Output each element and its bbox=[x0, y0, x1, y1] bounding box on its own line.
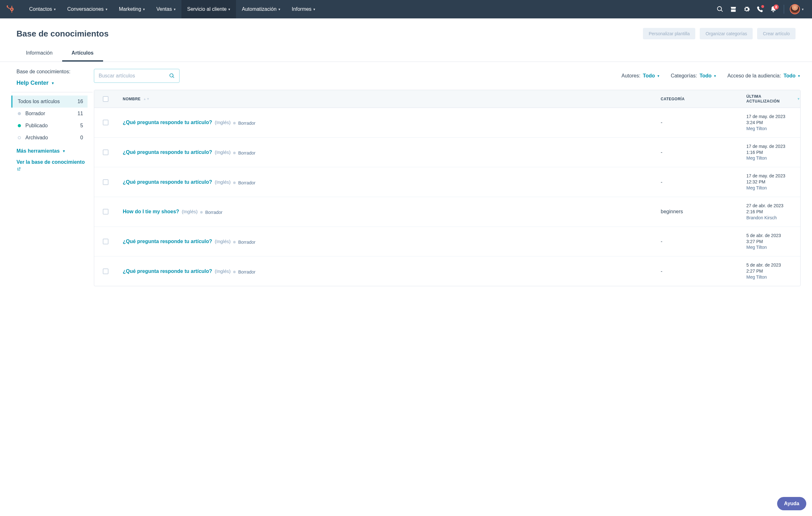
table-row: ¿Qué pregunta responde tu artículo? (Ing… bbox=[94, 108, 800, 138]
select-all-checkbox[interactable] bbox=[103, 96, 109, 102]
nav-servicio-al-cliente[interactable]: Servicio al cliente▾ bbox=[181, 0, 236, 19]
search-articles[interactable] bbox=[94, 69, 179, 83]
search-icon bbox=[169, 73, 175, 79]
table-row: How do I tie my shoes? (Inglés)Borradorb… bbox=[94, 197, 800, 227]
calls-badge bbox=[761, 5, 764, 8]
article-category: - bbox=[661, 150, 746, 155]
avatar bbox=[790, 4, 800, 14]
main-menu: Contactos▾Conversaciones▾Marketing▾Venta… bbox=[24, 0, 321, 19]
article-category: - bbox=[661, 269, 746, 274]
nav-marketing[interactable]: Marketing▾ bbox=[113, 0, 151, 19]
settings-icon[interactable] bbox=[740, 3, 753, 16]
sidebar-item-todos-los-artículos[interactable]: Todos los artículos16 bbox=[11, 96, 88, 108]
kb-selector[interactable]: Help Center ▼ bbox=[17, 80, 88, 86]
article-category: - bbox=[661, 120, 746, 125]
sort-icon: ▲▼ bbox=[143, 97, 150, 101]
filter-audience[interactable]: Acceso de la audiencia: Todo▼ bbox=[727, 73, 801, 79]
article-title-link[interactable]: ¿Qué pregunta responde tu artículo? bbox=[123, 150, 212, 155]
header-updated[interactable]: Última actualización ▼ bbox=[746, 94, 800, 104]
sidebar-status-list: Todos los artículos16Borrador11Publicado… bbox=[11, 96, 88, 144]
nav-conversaciones[interactable]: Conversaciones▾ bbox=[61, 0, 113, 19]
row-checkbox[interactable] bbox=[103, 120, 109, 125]
sort-desc-icon: ▼ bbox=[797, 97, 800, 101]
customize-template-button[interactable]: Personalizar plantilla bbox=[643, 28, 695, 39]
article-title-link[interactable]: ¿Qué pregunta responde tu artículo? bbox=[123, 269, 212, 274]
sidebar: Base de conocimientos: Help Center ▼ Tod… bbox=[11, 69, 94, 286]
header-name[interactable]: Nombre ▲▼ bbox=[117, 97, 661, 101]
article-status: Borrador bbox=[233, 269, 255, 274]
article-language: (Inglés) bbox=[213, 150, 231, 155]
caret-down-icon: ▼ bbox=[713, 74, 717, 78]
sidebar-item-publicado[interactable]: Publicado5 bbox=[11, 120, 88, 132]
chevron-down-icon: ▾ bbox=[143, 7, 145, 11]
article-language: (Inglés) bbox=[213, 120, 231, 125]
row-checkbox[interactable] bbox=[103, 179, 109, 185]
article-updated: 17 de may. de 20233:24 PMMeg Tilton bbox=[746, 114, 800, 132]
article-updated: 17 de may. de 202312:32 PMMeg Tilton bbox=[746, 173, 800, 191]
kb-selected-name: Help Center bbox=[17, 80, 49, 86]
create-article-button[interactable]: Crear artículo bbox=[757, 28, 795, 39]
row-checkbox[interactable] bbox=[103, 209, 109, 215]
svg-rect-4 bbox=[7, 6, 10, 9]
tab-información[interactable]: Información bbox=[17, 46, 62, 61]
status-dot bbox=[18, 112, 21, 115]
article-title-link[interactable]: ¿Qué pregunta responde tu artículo? bbox=[123, 239, 212, 244]
table-row: ¿Qué pregunta responde tu artículo? (Ing… bbox=[94, 256, 800, 286]
account-menu[interactable]: ▾ bbox=[788, 3, 806, 16]
article-updated: 27 de abr. de 20232:16 PMBrandon Kirsch bbox=[746, 203, 800, 221]
article-category: - bbox=[661, 239, 746, 244]
article-category: - bbox=[661, 179, 746, 185]
hubspot-logo[interactable] bbox=[6, 5, 14, 13]
status-dot bbox=[18, 136, 21, 139]
kb-label: Base de conocimientos: bbox=[17, 69, 88, 75]
filter-authors[interactable]: Autores: Todo▼ bbox=[621, 73, 660, 79]
svg-rect-2 bbox=[11, 6, 12, 7]
organize-categories-button[interactable]: Organizar categorías bbox=[700, 28, 753, 39]
sidebar-item-borrador[interactable]: Borrador11 bbox=[11, 108, 88, 120]
article-status: Borrador bbox=[233, 151, 255, 156]
row-checkbox[interactable] bbox=[103, 239, 109, 244]
nav-automatización[interactable]: Automatización▾ bbox=[236, 0, 286, 19]
article-title-link[interactable]: How do I tie my shoes? bbox=[123, 209, 179, 214]
article-status: Borrador bbox=[200, 210, 222, 215]
search-input[interactable] bbox=[99, 73, 169, 79]
calls-icon[interactable] bbox=[753, 3, 766, 16]
external-link-icon bbox=[17, 167, 21, 171]
chevron-down-icon: ▾ bbox=[228, 7, 230, 11]
article-status: Borrador bbox=[233, 180, 255, 185]
notification-badge: 8 bbox=[774, 4, 779, 9]
top-nav: Contactos▾Conversaciones▾Marketing▾Venta… bbox=[0, 0, 812, 19]
tab-artículos[interactable]: Artículos bbox=[62, 46, 103, 61]
page-header: Base de conocimientos Personalizar plant… bbox=[0, 19, 812, 62]
status-dot bbox=[18, 124, 21, 127]
article-title-link[interactable]: ¿Qué pregunta responde tu artículo? bbox=[123, 120, 212, 125]
article-updated: 5 de abr. de 20232:27 PMMeg Tilton bbox=[746, 262, 800, 280]
filter-categories[interactable]: Categorías: Todo▼ bbox=[671, 73, 717, 79]
chevron-down-icon: ▾ bbox=[313, 7, 315, 11]
caret-down-icon: ▼ bbox=[798, 74, 801, 78]
articles-table: Nombre ▲▼ Categoría Última actualización… bbox=[94, 90, 801, 286]
article-language: (Inglés) bbox=[213, 269, 231, 274]
svg-point-1 bbox=[11, 8, 12, 10]
view-kb-link[interactable]: Ver la base de conocimiento bbox=[17, 158, 88, 173]
nav-contactos[interactable]: Contactos▾ bbox=[24, 0, 61, 19]
marketplace-icon[interactable] bbox=[727, 3, 740, 16]
article-language: (Inglés) bbox=[213, 179, 231, 185]
row-checkbox[interactable] bbox=[103, 269, 109, 274]
row-checkbox[interactable] bbox=[103, 150, 109, 155]
nav-informes[interactable]: Informes▾ bbox=[286, 0, 321, 19]
chevron-down-icon: ▾ bbox=[174, 7, 176, 11]
article-category: beginners bbox=[661, 209, 746, 215]
chevron-down-icon: ▾ bbox=[279, 7, 281, 11]
chevron-down-icon: ▾ bbox=[54, 7, 56, 11]
article-title-link[interactable]: ¿Qué pregunta responde tu artículo? bbox=[123, 179, 212, 185]
search-icon[interactable] bbox=[713, 3, 727, 16]
svg-rect-3 bbox=[11, 11, 12, 12]
notifications-icon[interactable]: 8 bbox=[766, 3, 780, 16]
more-tools-link[interactable]: Más herramientas ▼ bbox=[17, 148, 88, 154]
svg-point-5 bbox=[7, 5, 8, 7]
sidebar-item-archivado[interactable]: Archivado0 bbox=[11, 132, 88, 144]
nav-ventas[interactable]: Ventas▾ bbox=[151, 0, 181, 19]
divider bbox=[784, 5, 784, 13]
table-row: ¿Qué pregunta responde tu artículo? (Ing… bbox=[94, 167, 800, 197]
